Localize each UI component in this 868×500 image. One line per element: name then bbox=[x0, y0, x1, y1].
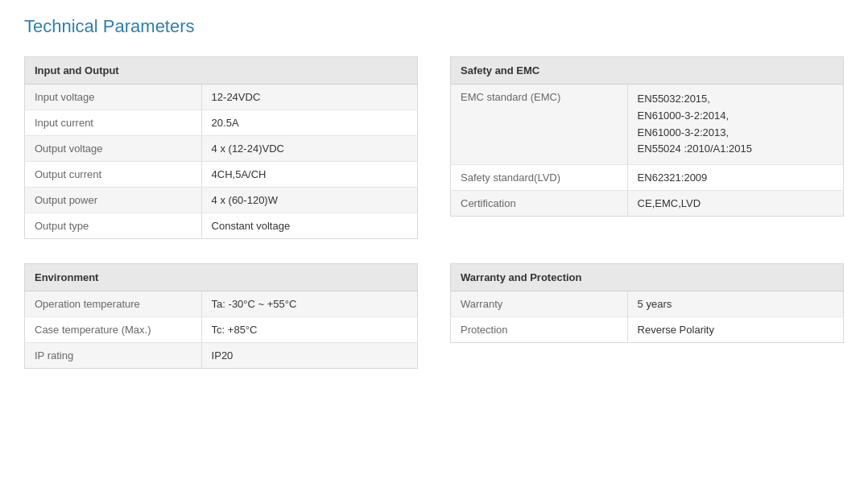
table-row: IP ratingIP20 bbox=[25, 343, 418, 369]
table-row: Input voltage12-24VDC bbox=[25, 85, 418, 110]
row-value: IP20 bbox=[201, 343, 417, 369]
table-row: Output current4CH,5A/CH bbox=[25, 162, 418, 188]
table-row: Safety standard(LVD)EN62321:2009 bbox=[451, 165, 844, 191]
table-header: Environment bbox=[25, 264, 418, 291]
row-value: 4 x (60-120)W bbox=[201, 188, 417, 213]
row-value: 4 x (12-24)VDC bbox=[201, 136, 417, 162]
row-value: Ta: -30°C ~ +55°C bbox=[201, 291, 417, 317]
row-value: 4CH,5A/CH bbox=[201, 162, 417, 188]
table-row: ProtectionReverse Polarity bbox=[451, 317, 844, 343]
row-value: EN62321:2009 bbox=[627, 165, 843, 191]
table-row: Case temperature (Max.)Tc: +85°C bbox=[25, 317, 418, 343]
row-label: Warranty bbox=[451, 291, 628, 317]
table-row: Output power4 x (60-120)W bbox=[25, 188, 418, 213]
row-label: Output power bbox=[25, 188, 202, 213]
row-label: Output type bbox=[25, 213, 202, 239]
table-input-output: Input and OutputInput voltage12-24VDCInp… bbox=[24, 56, 418, 239]
table-row: Warranty5 years bbox=[451, 291, 844, 317]
row-label: Operation temperature bbox=[25, 291, 202, 317]
page-title: Technical Parameters bbox=[24, 16, 844, 37]
row-label: Input current bbox=[25, 110, 202, 136]
row-label: Output current bbox=[25, 162, 202, 188]
table-header: Input and Output bbox=[25, 57, 418, 85]
row-label: Safety standard(LVD) bbox=[451, 165, 628, 191]
param-table: Warranty and ProtectionWarranty5 yearsPr… bbox=[450, 263, 844, 343]
row-label: Certification bbox=[451, 191, 628, 217]
table-row: EMC standard (EMC)EN55032:2015,EN61000-3… bbox=[451, 85, 844, 165]
table-row: Operation temperatureTa: -30°C ~ +55°C bbox=[25, 291, 418, 317]
table-header: Safety and EMC bbox=[451, 57, 844, 85]
tables-grid: Input and OutputInput voltage12-24VDCInp… bbox=[24, 56, 844, 369]
row-label: Output voltage bbox=[25, 136, 202, 162]
row-label: Input voltage bbox=[25, 85, 202, 110]
param-table: EnvironmentOperation temperatureTa: -30°… bbox=[24, 263, 418, 369]
row-value: CE,EMC,LVD bbox=[627, 191, 843, 217]
row-value: 20.5A bbox=[201, 110, 417, 136]
row-value: Constant voltage bbox=[201, 213, 417, 239]
row-value: Reverse Polarity bbox=[627, 317, 843, 343]
param-table: Input and OutputInput voltage12-24VDCInp… bbox=[24, 56, 418, 239]
table-environment: EnvironmentOperation temperatureTa: -30°… bbox=[24, 263, 418, 369]
table-row: CertificationCE,EMC,LVD bbox=[451, 191, 844, 217]
table-warranty-protection: Warranty and ProtectionWarranty5 yearsPr… bbox=[450, 263, 844, 369]
row-label: IP rating bbox=[25, 343, 202, 369]
param-table: Safety and EMCEMC standard (EMC)EN55032:… bbox=[450, 56, 844, 217]
table-header: Warranty and Protection bbox=[451, 264, 844, 291]
row-value: 12-24VDC bbox=[201, 85, 417, 110]
row-value: 5 years bbox=[627, 291, 843, 317]
table-safety-emc: Safety and EMCEMC standard (EMC)EN55032:… bbox=[450, 56, 844, 239]
table-row: Input current20.5A bbox=[25, 110, 418, 136]
row-value: Tc: +85°C bbox=[201, 317, 417, 343]
table-row: Output typeConstant voltage bbox=[25, 213, 418, 239]
table-row: Output voltage4 x (12-24)VDC bbox=[25, 136, 418, 162]
row-label: EMC standard (EMC) bbox=[451, 85, 628, 165]
row-value: EN55032:2015,EN61000-3-2:2014,EN61000-3-… bbox=[627, 85, 843, 165]
row-label: Case temperature (Max.) bbox=[25, 317, 202, 343]
row-label: Protection bbox=[451, 317, 628, 343]
